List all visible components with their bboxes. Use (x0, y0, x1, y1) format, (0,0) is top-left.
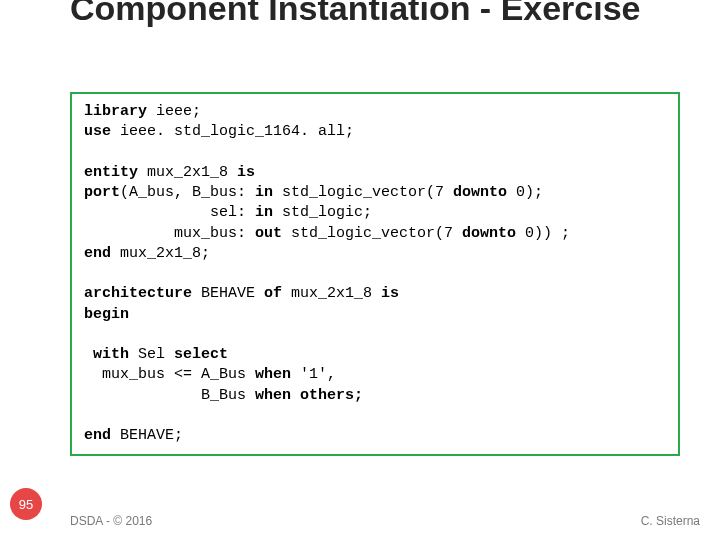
footer-right: C. Sisterna (641, 514, 700, 528)
footer-left: DSDA - © 2016 (70, 514, 152, 528)
slide-title: Component Instantiation - Exercise (70, 0, 641, 27)
page-number-badge: 95 (10, 488, 42, 520)
code-block: library ieee; use ieee. std_logic_1164. … (70, 92, 680, 456)
